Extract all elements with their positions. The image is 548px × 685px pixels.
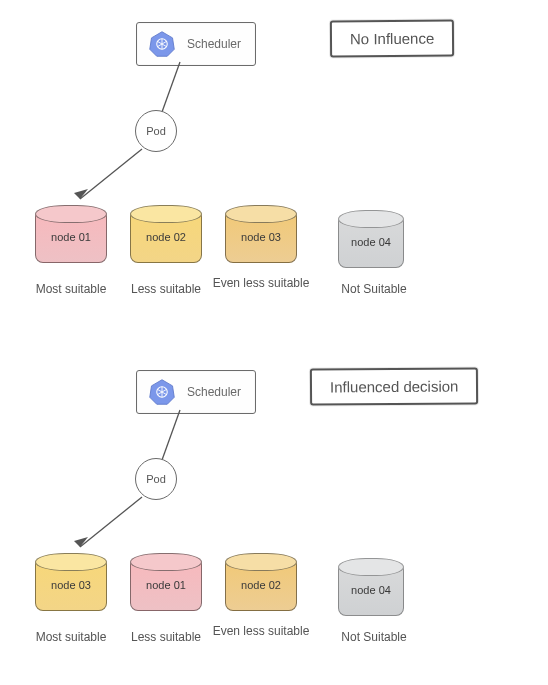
node-2: node 01 bbox=[130, 553, 202, 611]
node-cylinder: node 01 bbox=[35, 205, 107, 263]
node-caption: Even less suitable bbox=[211, 277, 311, 291]
node-label: node 01 bbox=[130, 553, 202, 611]
node-caption: Less suitable bbox=[116, 631, 216, 645]
node-4: node 04 bbox=[338, 210, 410, 268]
node-cylinder: node 02 bbox=[225, 553, 297, 611]
diagram-canvas: Scheduler No Influence Pod node 01 node … bbox=[0, 0, 548, 685]
diagram-influenced-decision: Scheduler Influenced decision Pod node 0… bbox=[0, 348, 548, 685]
node-cylinder: node 01 bbox=[130, 553, 202, 611]
node-label: node 04 bbox=[338, 210, 404, 268]
node-cylinder: node 04 bbox=[338, 558, 404, 616]
node-cylinder: node 03 bbox=[225, 205, 297, 263]
svg-line-13 bbox=[162, 410, 180, 460]
scheduler-label: Scheduler bbox=[187, 385, 241, 399]
node-caption: Even less suitable bbox=[211, 625, 311, 639]
node-label: node 02 bbox=[225, 553, 297, 611]
node-3: node 03 bbox=[225, 205, 297, 263]
kubernetes-icon bbox=[147, 377, 177, 407]
svg-line-5 bbox=[162, 62, 180, 112]
node-label: node 01 bbox=[35, 205, 107, 263]
node-caption: Less suitable bbox=[116, 283, 216, 297]
kubernetes-icon bbox=[147, 29, 177, 59]
node-caption: Not Suitable bbox=[324, 283, 424, 297]
scheduler-label: Scheduler bbox=[187, 37, 241, 51]
diagram-title: Influenced decision bbox=[310, 367, 479, 405]
node-label: node 04 bbox=[338, 558, 404, 616]
node-2: node 02 bbox=[130, 205, 202, 263]
node-cylinder: node 04 bbox=[338, 210, 404, 268]
diagram-title: No Influence bbox=[330, 20, 454, 58]
node-1: node 03 bbox=[35, 553, 107, 611]
svg-line-14 bbox=[80, 497, 142, 547]
node-caption: Most suitable bbox=[21, 631, 121, 645]
node-label: node 03 bbox=[35, 553, 107, 611]
node-caption: Not Suitable bbox=[324, 631, 424, 645]
node-cylinder: node 02 bbox=[130, 205, 202, 263]
node-caption: Most suitable bbox=[21, 283, 121, 297]
node-4: node 04 bbox=[338, 558, 410, 616]
node-label: node 03 bbox=[225, 205, 297, 263]
node-3: node 02 bbox=[225, 553, 297, 611]
arrow-pod-to-node bbox=[70, 145, 150, 209]
node-1: node 01 bbox=[35, 205, 107, 263]
node-label: node 02 bbox=[130, 205, 202, 263]
svg-line-6 bbox=[80, 149, 142, 199]
arrow-pod-to-node bbox=[70, 493, 150, 557]
node-cylinder: node 03 bbox=[35, 553, 107, 611]
diagram-no-influence: Scheduler No Influence Pod node 01 node … bbox=[0, 0, 548, 340]
